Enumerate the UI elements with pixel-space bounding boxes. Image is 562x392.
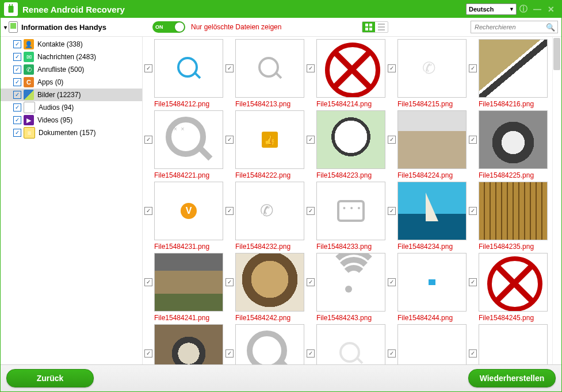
file-cell[interactable]: ✓File15484244.png [387,252,468,322]
file-thumbnail[interactable] [316,182,385,240]
file-checkbox[interactable]: ✓ [225,136,234,144]
file-cell[interactable]: ✓VFile15484231.png [144,180,225,251]
file-thumbnail[interactable]: ✆ [397,39,467,98]
file-thumbnail[interactable]: 👍 [235,110,304,169]
file-checkbox[interactable]: ✓ [388,207,396,215]
file-cell[interactable]: ✓✆File15484232.png [225,180,306,251]
file-cell[interactable]: ✓File15484255.png [468,323,549,364]
file-cell[interactable]: ✓File15484223.png [306,109,387,179]
close-icon[interactable]: ✕ [544,2,558,16]
file-thumbnail[interactable] [235,39,304,98]
search-box[interactable]: 🔍 [471,21,558,33]
file-cell[interactable]: ✓File15484234.png [387,180,468,251]
file-checkbox[interactable]: ✓ [388,349,396,358]
file-checkbox[interactable]: ✓ [388,64,396,72]
file-thumbnail[interactable] [397,182,467,240]
sidebar-item-apps[interactable]: ✓CApps (0) [1,76,142,89]
file-thumbnail[interactable]: V [154,182,223,240]
checkbox[interactable]: ✓ [13,53,21,61]
grid-view-button[interactable] [362,22,375,32]
file-thumbnail[interactable] [316,39,385,98]
file-cell[interactable]: ✓File15484216.png [468,38,549,108]
file-thumbnail[interactable] [479,253,548,312]
file-thumbnail[interactable] [479,39,548,98]
file-thumbnail[interactable]: ✆ [235,182,304,240]
checkbox[interactable]: ✓ [13,91,21,99]
file-cell[interactable]: ✓File15484245.png [468,252,549,322]
file-checkbox[interactable]: ✓ [144,136,152,144]
file-cell[interactable]: ✓👍File15484222.png [225,109,306,179]
file-cell[interactable]: ✓File15484251.png [144,323,225,364]
checkbox[interactable]: ✓ [13,103,21,112]
checkbox[interactable]: ✓ [13,78,21,86]
file-checkbox[interactable]: ✓ [144,207,152,215]
file-thumbnail[interactable] [154,253,223,312]
file-thumbnail[interactable] [316,324,385,364]
file-cell[interactable]: ✓File15484225.png [468,109,549,179]
file-checkbox[interactable]: ✓ [144,278,152,286]
checkbox[interactable]: ✓ [13,116,21,124]
minimize-icon[interactable]: — [530,2,544,16]
checkbox[interactable]: ✓ [13,129,21,137]
file-thumbnail[interactable] [316,253,385,312]
file-thumbnail[interactable] [479,324,548,364]
language-select[interactable]: Deutsch ▼ [466,3,517,15]
file-thumbnail[interactable] [397,110,467,169]
file-cell[interactable]: ✓File15484224.png [387,109,468,179]
file-cell[interactable]: ✓File15484241.png [144,252,225,322]
file-thumbnail[interactable] [154,39,223,98]
file-cell[interactable]: ✓File15484214.png [306,38,387,108]
file-checkbox[interactable]: ✓ [388,136,396,144]
file-thumbnail[interactable] [397,324,467,364]
checkbox[interactable]: ✓ [13,40,21,48]
file-thumbnail[interactable] [479,182,548,240]
file-cell[interactable]: ✓File15484242.png [225,252,306,322]
file-checkbox[interactable]: ✓ [469,64,477,72]
file-cell[interactable]: ✓File15484235.png [468,180,549,251]
file-checkbox[interactable]: ✓ [307,64,315,72]
search-icon[interactable]: 🔍 [546,23,555,32]
sidebar-item-messages[interactable]: ✓✉Nachrichten (2483) [1,51,142,63]
back-button[interactable]: Zurück [6,369,94,387]
file-thumbnail[interactable] [154,110,223,169]
file-cell[interactable]: ✓File15484212.png [144,38,225,108]
file-checkbox[interactable]: ✓ [144,349,152,358]
file-checkbox[interactable]: ✓ [469,278,477,286]
file-checkbox[interactable]: ✓ [225,349,234,358]
tree-root[interactable]: ▾ Information des Handys [4,21,144,33]
recover-button[interactable]: Wiederherstellen [468,369,556,387]
file-cell[interactable]: ✓File15484243.png [306,252,387,322]
sidebar-item-calls[interactable]: ✓✆Anrufliste (500) [1,63,142,76]
file-checkbox[interactable]: ✓ [307,207,315,215]
file-checkbox[interactable]: ✓ [307,349,315,358]
deleted-only-toggle[interactable]: ON [152,21,185,33]
file-checkbox[interactable]: ✓ [225,207,234,215]
file-checkbox[interactable]: ✓ [144,64,152,72]
file-thumbnail[interactable] [397,253,467,312]
file-checkbox[interactable]: ✓ [307,136,315,144]
file-cell[interactable]: ✓File15484252.png [225,323,306,364]
file-cell[interactable]: ✓File15484213.png [225,38,306,108]
search-input[interactable] [473,23,546,31]
file-cell[interactable]: ✓File15484221.png [144,109,225,179]
list-view-button[interactable] [375,22,388,32]
file-checkbox[interactable]: ✓ [225,64,234,72]
file-checkbox[interactable]: ✓ [469,207,477,215]
file-thumbnail[interactable] [154,324,223,364]
file-cell[interactable]: ✓File15484254.png [387,323,468,364]
sidebar-item-video[interactable]: ✓▶Videos (95) [1,114,142,126]
sidebar-item-doc[interactable]: ✓≡Dokumenten (157) [1,126,142,139]
file-cell[interactable]: ✓File15484233.png [306,180,387,251]
sidebar-item-contacts[interactable]: ✓👤Kontakte (338) [1,38,142,51]
info-icon[interactable]: ⓘ [517,2,530,16]
file-thumbnail[interactable] [235,253,304,312]
file-checkbox[interactable]: ✓ [469,349,477,358]
scrollbar-thumb[interactable] [553,38,560,70]
file-checkbox[interactable]: ✓ [225,278,234,286]
file-checkbox[interactable]: ✓ [307,278,315,286]
file-thumbnail[interactable] [235,324,304,364]
file-cell[interactable]: ✓File15484253.png [306,323,387,364]
file-thumbnail[interactable] [479,110,548,169]
sidebar-item-images[interactable]: ✓Bilder (12237) [1,89,142,101]
file-thumbnail[interactable] [316,110,385,169]
